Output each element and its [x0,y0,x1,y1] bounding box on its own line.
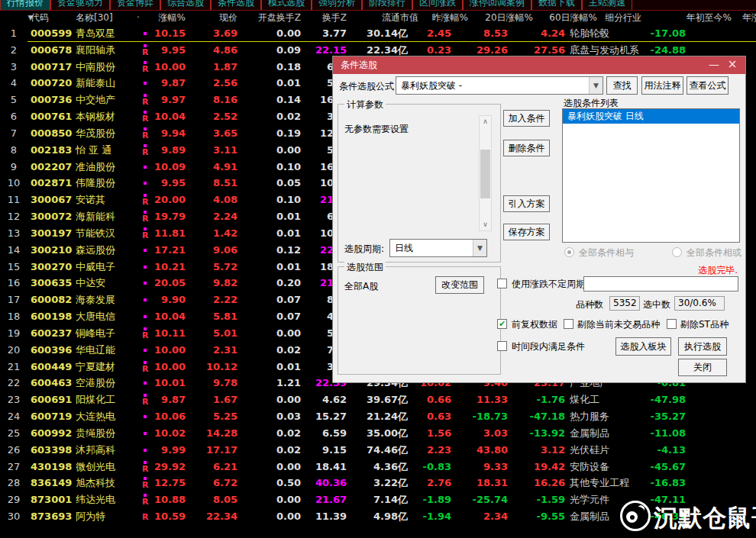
cell-index: 11 [2,192,26,208]
params-scrollbar[interactable]: ∧ ∨ [479,115,492,231]
timerange-checkbox[interactable] [497,341,507,351]
view-formula-button[interactable]: 查看公式 [687,76,729,95]
cell-price: 10.12 [172,359,237,375]
cell-float-cap: 39.67亿 [347,391,408,408]
menu-tab-1[interactable]: 行情报价 [0,0,50,11]
period-combobox[interactable]: 日线 ▼ [389,239,487,257]
menu-tab-7[interactable]: 强弱分析 [312,0,362,11]
period-value: 日线 [395,240,413,256]
cell-price: 3.65 [172,125,237,142]
cell-index: 17 [2,292,26,308]
exclude-st-checkbox[interactable] [667,319,677,329]
execute-pick-button[interactable]: 执行选股 [678,337,727,356]
header-20d-pct[interactable]: 20日涨幅% [466,10,533,25]
cell-price: 5.81 [172,308,237,325]
forward-adjusted-checkbox[interactable]: ✔ [497,319,507,329]
import-plan-button[interactable]: 引入方案 [503,195,550,212]
header-60d-pct[interactable]: 60日涨幅% [527,10,597,25]
usage-note-button[interactable]: 用法注释 [641,76,683,95]
header-ytd-pct[interactable]: 年初至今% [664,10,732,25]
cell-turnover: 3 [283,108,334,125]
cell-turnover: 4 [283,308,334,325]
table-row-430198[interactable]: 27430198微创光电R29.926.210.0018.414.36亿-0.8… [0,459,756,475]
watermark-text: 沉默仓鼠哥 [654,502,756,534]
updown-period-checkbox[interactable] [497,279,507,288]
table-row-600992[interactable]: 25600992贵绳股份10.0214.280.026.5935.00亿1.56… [0,425,756,442]
condition-listbox[interactable]: 暴利妖股突破 日线 [562,108,740,243]
to-board-button[interactable]: 选股入板块 [615,337,671,356]
close-button[interactable]: 关闭 [678,359,727,376]
menu-tab-2[interactable]: 资金驱动力 [50,0,110,11]
table-row-000599[interactable]: 1000599青岛双星10.153.690.003.7730.14亿2.458.… [0,25,756,42]
header-price[interactable]: 现价 [172,10,237,25]
close-icon[interactable]: × [724,56,741,74]
cell-turnover: 40.36 [283,475,347,491]
change-range-button[interactable]: 改变范围 [435,276,484,294]
header-float-cap[interactable]: 流通市值 [351,10,418,25]
formula-combobox[interactable]: 暴利妖股突破 - ▼ [396,76,603,95]
delete-condition-button[interactable]: 删除条件 [503,140,550,156]
menu-tab-4[interactable]: 综合选股 [160,0,211,11]
exclude-untraded-checkbox[interactable] [564,319,573,329]
table-header: ▼ 代码 名称[30] · 涨幅% 现价 开盘换手Z 换手Z 流通市值 昨涨幅%… [0,10,756,25]
cell-code: 300072 [31,208,73,225]
menu-tab-8[interactable]: 阶段排行 [362,0,412,11]
dialog-title: 条件选股 [341,56,377,74]
cell-20d-pct: 8.53 [458,25,508,42]
dialog-title-bar[interactable]: 条件选股 — × [333,56,745,74]
cell-index: 26 [2,442,26,459]
cell-price: 8.05 [172,491,237,508]
menu-tab-6[interactable]: 模式选股 [261,0,312,11]
range-group-label: 选股范围 [344,261,386,274]
forward-adjusted-label: 前复权数据 [512,318,557,331]
menu-tab-11[interactable]: 数据下载 [531,0,582,11]
header-next-clipped[interactable]: 年涨 [742,10,756,25]
cell-code: 836149 [31,475,73,491]
cell-code: 000850 [31,125,73,142]
formula-label: 条件选股公式 [339,80,394,93]
menu-tab-10[interactable]: 涨停回调案例 [463,0,531,11]
radio-all-and[interactable] [564,247,574,257]
cell-code: 600691 [31,391,73,408]
chevron-down-icon[interactable]: ▼ [589,77,603,94]
scroll-up-icon[interactable]: ∧ [480,116,491,127]
table-row-600719[interactable]: 24600719大连热电10.065.250.0315.2721.24亿0.63… [0,408,756,425]
minimize-icon[interactable]: — [706,56,722,74]
count-label: 品种数 [576,298,603,311]
cell-code: 002183 [31,142,73,159]
header-industry[interactable]: 细分行业 [605,10,666,25]
cell-turnover: 6.59 [283,425,347,442]
menu-tab-5[interactable]: 条件选股 [211,0,261,11]
table-row-603398[interactable]: 26603398沐邦高科9.9917.170.029.1574.46亿2.234… [0,442,756,459]
scroll-down-icon[interactable]: ∨ [480,219,491,230]
chevron-down-icon[interactable]: ▼ [473,240,486,256]
save-plan-button[interactable]: 保存方案 [503,224,550,240]
cell-index: 3 [2,59,26,76]
range-group: 选股范围 全部A股 改变范围 [338,266,501,375]
cell-60d-pct: -9.55 [513,508,565,525]
cell-index: 24 [2,408,26,425]
add-condition-button[interactable]: 加入条件 [503,110,550,127]
updown-period-input[interactable] [583,276,738,292]
header-code[interactable]: 代码 [31,10,73,25]
cell-turnover: 5 [283,142,334,159]
menu-tab-9[interactable]: 区间涨跌 [412,0,463,11]
cell-code: 600449 [31,359,73,375]
cell-price: 3.69 [172,25,237,42]
table-row-600691[interactable]: 23600691阳煤化工R9.871.670.004.6239.67亿0.661… [0,391,756,408]
radio-all-or[interactable] [672,247,682,257]
cell-code: 873001 [31,491,73,508]
header-prev-pct[interactable]: 昨涨幅% [416,10,468,25]
header-turnover[interactable]: 换手Z [283,10,347,25]
menu-tab-12[interactable]: 主站测速 [582,0,632,11]
cell-code: 600198 [31,308,73,325]
cell-code: 600719 [31,408,73,425]
cell-code: 600237 [31,325,73,342]
menu-bar: 行情报价资金驱动力资金博弈综合选股条件选股模式选股强弱分析阶段排行区间涨跌涨停回… [0,0,756,11]
find-button[interactable]: 查找 [606,76,638,95]
menu-tab-3[interactable]: 资金博弈 [110,0,160,11]
cell-turnover: 16 [283,92,334,108]
condition-list-item-selected[interactable]: 暴利妖股突破 日线 [563,109,739,124]
scrollbar-thumb[interactable] [480,150,490,198]
table-row-836149[interactable]: 28836149旭杰科技R12.756.720.5040.363.22亿2.76… [0,475,756,491]
